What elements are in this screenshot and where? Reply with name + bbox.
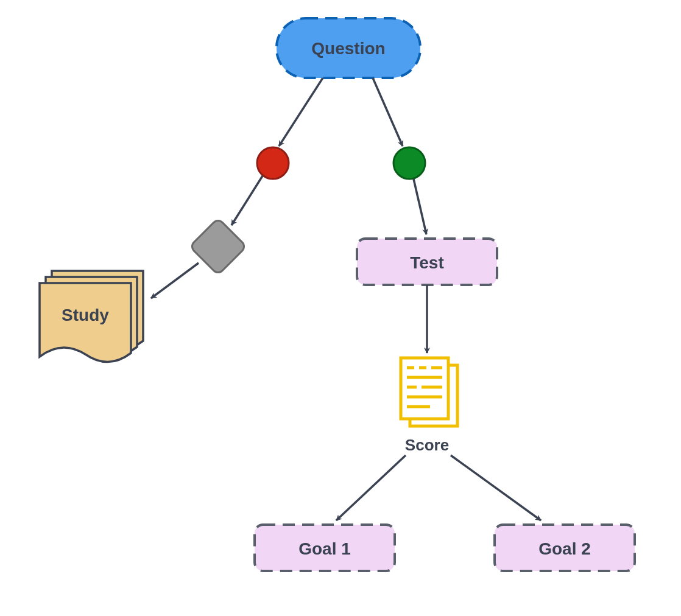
score-node: Score	[401, 358, 457, 454]
question-node: Question	[277, 18, 420, 78]
study-label: Study	[62, 306, 109, 324]
edge-question-to-red	[279, 78, 323, 146]
goal2-node: Goal 2	[495, 525, 635, 571]
score-label: Score	[405, 436, 449, 454]
svg-rect-0	[189, 218, 246, 275]
goal2-label: Goal 2	[538, 539, 591, 558]
edge-diamond-to-study	[151, 263, 199, 298]
goal1-label: Goal 1	[298, 539, 351, 558]
flowchart-canvas: Question Study Test	[0, 0, 681, 616]
study-node: Study	[40, 271, 143, 362]
test-label: Test	[410, 253, 444, 272]
red-dot	[257, 147, 289, 179]
edge-question-to-green	[373, 78, 403, 146]
edge-red-to-diamond	[231, 176, 263, 225]
test-node: Test	[357, 239, 497, 285]
edge-score-to-goal2	[451, 455, 541, 520]
goal1-node: Goal 1	[255, 525, 395, 571]
gray-diamond	[189, 218, 246, 275]
edge-green-to-test	[414, 179, 426, 234]
question-label: Question	[311, 39, 385, 58]
green-dot	[393, 147, 425, 179]
edge-score-to-goal1	[336, 455, 406, 520]
